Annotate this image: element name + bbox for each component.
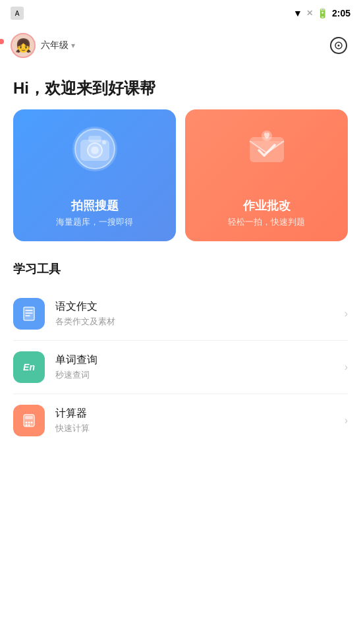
word-lookup-text: 单词查询 秒速查词 xyxy=(55,353,345,381)
avatar-image: 👧 xyxy=(12,34,34,57)
calculator-name: 计算器 xyxy=(55,407,345,421)
chevron-right-icon-essay: › xyxy=(345,308,348,320)
time-display: 2:05 xyxy=(332,8,350,18)
homework-review-subtitle: 轻松一拍，快速判题 xyxy=(228,216,305,228)
tool-item-chinese-essay[interactable]: 语文作文 各类作文及素材 › xyxy=(13,287,348,341)
word-lookup-desc: 秒速查词 xyxy=(55,369,345,381)
chevron-right-icon-calc: › xyxy=(345,415,348,426)
word-lookup-name: 单词查询 xyxy=(55,353,345,367)
calculator-text: 计算器 快速计算 xyxy=(55,407,345,434)
svg-point-20 xyxy=(31,422,33,424)
chinese-essay-name: 语文作文 xyxy=(55,300,345,314)
word-lookup-icon: En xyxy=(13,351,45,383)
scan-button[interactable] xyxy=(327,34,350,57)
greeting-text: Hi，欢迎来到好课帮 xyxy=(13,65,348,109)
calculator-desc: 快速计算 xyxy=(55,423,345,434)
calculator-icon xyxy=(13,405,45,436)
photo-search-card[interactable]: 拍照搜题 海量题库，一搜即得 xyxy=(13,109,176,241)
grade-label: 六年级 xyxy=(41,40,69,51)
main-content: Hi，欢迎来到好课帮 xyxy=(0,65,361,644)
battery-icon: 🔋 xyxy=(317,8,328,18)
wifi-icon: ▼ xyxy=(293,8,302,18)
photo-search-title: 拍照搜题 xyxy=(71,198,119,214)
svg-point-22 xyxy=(28,424,30,426)
notification-dot xyxy=(0,39,4,44)
chevron-down-icon: ▾ xyxy=(71,41,75,50)
signal-icon: ✕ xyxy=(306,9,313,18)
status-bar-left: A xyxy=(11,7,24,20)
svg-point-9 xyxy=(102,140,106,144)
photo-search-subtitle: 海量题库，一搜即得 xyxy=(56,216,133,228)
status-bar-right: ▼ ✕ 🔋 2:05 xyxy=(293,8,350,18)
tool-list: 语文作文 各类作文及素材 › En 单词查询 秒速查词 › xyxy=(13,287,348,447)
photo-search-icon-area xyxy=(69,123,121,175)
svg-rect-6 xyxy=(88,136,101,142)
svg-point-2 xyxy=(338,45,340,47)
chinese-essay-text: 语文作文 各类作文及素材 xyxy=(55,300,345,328)
user-grade-selector[interactable]: 👧 六年级 ▾ xyxy=(11,33,75,58)
svg-point-21 xyxy=(26,424,28,426)
svg-point-19 xyxy=(28,422,30,424)
chinese-essay-desc: 各类作文及素材 xyxy=(55,316,345,328)
tool-item-word-lookup[interactable]: En 单词查询 秒速查词 › xyxy=(13,341,348,394)
app-icon: A xyxy=(11,7,24,20)
svg-point-23 xyxy=(31,424,33,426)
homework-icon xyxy=(240,123,293,175)
feature-cards: 拍照搜题 海量题库，一搜即得 作业批改 轻松一拍，快速判题 xyxy=(13,109,348,241)
homework-review-icon-area xyxy=(240,123,293,175)
en-label: En xyxy=(23,362,35,372)
svg-rect-17 xyxy=(25,416,33,419)
top-nav: 👧 六年级 ▾ xyxy=(0,26,361,65)
grade-badge: 六年级 ▾ xyxy=(41,40,75,51)
homework-review-title: 作业批改 xyxy=(243,198,291,214)
chevron-right-icon-word: › xyxy=(345,361,348,373)
avatar: 👧 xyxy=(11,33,36,58)
tool-item-calculator[interactable]: 计算器 快速计算 › xyxy=(13,394,348,447)
status-bar: A ▼ ✕ 🔋 2:05 xyxy=(0,0,361,26)
svg-point-8 xyxy=(91,146,99,154)
chinese-essay-icon xyxy=(13,298,45,330)
scan-icon xyxy=(329,36,348,55)
svg-rect-12 xyxy=(24,307,34,320)
learning-tools-title: 学习工具 xyxy=(13,261,348,277)
homework-review-card[interactable]: 作业批改 轻松一拍，快速判题 xyxy=(185,109,348,241)
camera-icon xyxy=(69,123,121,175)
svg-point-18 xyxy=(26,422,28,424)
